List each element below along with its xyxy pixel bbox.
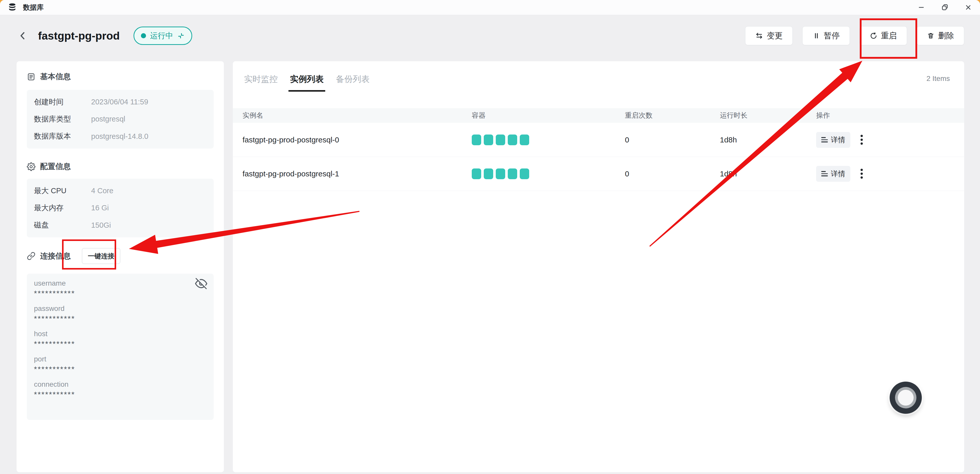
document-icon (27, 73, 35, 81)
uptime: 1d8h (720, 157, 737, 191)
table-header: 实例名 容器 重启次数 运行时长 操作 (233, 108, 964, 123)
conn-field-port: port *********** (34, 355, 207, 374)
basic-info-header: 基本信息 (27, 72, 71, 82)
restart-count: 0 (625, 123, 629, 157)
minimize-button[interactable] (910, 0, 933, 15)
tab-monitoring[interactable]: 实时监控 (242, 70, 279, 92)
app-window: 数据库 fastgpt-pg-prod 运行中 (0, 0, 980, 474)
pause-icon (813, 32, 820, 40)
swap-arrows-icon (755, 32, 763, 40)
table-row[interactable]: fastgpt-pg-prod-postgresql-0 0 1d8h 详情 (233, 123, 964, 157)
conn-field-password: password *********** (34, 304, 207, 323)
config-info-card: 最大 CPU 4 Core 最大内存 16 Gi 磁盘 150Gi (27, 179, 214, 237)
header-actions: 变更 暂停 重启 (745, 26, 964, 45)
kv-row-memory: 最大内存 16 Gi (27, 203, 214, 213)
page-header: fastgpt-pg-prod 运行中 变更 (17, 22, 964, 49)
instance-name: fastgpt-pg-prod-postgresql-1 (242, 157, 339, 191)
status-dot-icon (141, 33, 146, 38)
restart-button[interactable]: 重启 (859, 26, 907, 45)
restore-button[interactable] (933, 0, 956, 15)
uptime: 1d8h (720, 123, 737, 157)
app-title: 数据库 (23, 3, 44, 12)
detail-button[interactable]: 详情 (816, 166, 850, 182)
kv-row-cpu: 最大 CPU 4 Core (27, 186, 214, 196)
conn-field-connection: connection *********** (34, 380, 207, 399)
kv-row-dbtype: 数据库类型 postgresql (27, 114, 214, 124)
status-badge: 运行中 (134, 27, 192, 45)
items-count: 2 Items (926, 75, 950, 83)
tab-bar: 实时监控 实例列表 备份列表 (242, 70, 371, 92)
title-bar: 数据库 (0, 0, 980, 15)
conn-field-username: username *********** (34, 279, 207, 297)
gear-icon (27, 162, 35, 171)
basic-info-card: 创建时间 2023/06/04 11:59 数据库类型 postgresql 数… (27, 90, 214, 149)
back-button[interactable] (17, 30, 29, 42)
row-menu-button[interactable] (858, 166, 865, 181)
restart-count: 0 (625, 157, 629, 191)
one-click-connect-button[interactable]: 一键连接 (82, 248, 120, 264)
connection-info-header: 连接信息 一键连接 (27, 248, 120, 264)
config-info-header: 配置信息 (27, 161, 71, 172)
link-icon (27, 252, 35, 260)
page-title: fastgpt-pg-prod (38, 30, 120, 42)
row-menu-button[interactable] (858, 132, 865, 147)
pause-button[interactable]: 暂停 (802, 26, 850, 45)
detail-lines-icon (821, 137, 828, 142)
kv-row-disk: 磁盘 150Gi (27, 220, 214, 230)
kv-row-created: 创建时间 2023/06/04 11:59 (27, 97, 214, 107)
table-row[interactable]: fastgpt-pg-prod-postgresql-1 0 1d8h 详情 (233, 157, 964, 191)
container-status (472, 169, 529, 179)
detail-lines-icon (821, 171, 828, 177)
conn-field-host: host *********** (34, 330, 207, 348)
delete-button[interactable]: 删除 (917, 26, 964, 45)
restart-icon (870, 32, 877, 40)
kv-row-dbversion: 数据库版本 postgresql-14.8.0 (27, 131, 214, 142)
sidebar-panel: 基本信息 创建时间 2023/06/04 11:59 数据库类型 postgre… (17, 61, 224, 472)
tab-instance-list[interactable]: 实例列表 (288, 70, 325, 92)
instance-name: fastgpt-pg-prod-postgresql-0 (242, 123, 339, 157)
pod-switch-icon (177, 32, 185, 40)
close-button[interactable] (956, 0, 980, 15)
change-button[interactable]: 变更 (745, 26, 792, 45)
main-panel: 实时监控 实例列表 备份列表 2 Items 实例名 容器 重启次数 运行时长 … (233, 61, 964, 472)
trash-icon (927, 32, 935, 40)
database-logo-icon (8, 3, 17, 12)
tab-backup-list[interactable]: 备份列表 (334, 70, 371, 92)
detail-button[interactable]: 详情 (816, 132, 850, 148)
connection-info-card: username *********** password **********… (27, 274, 214, 420)
container-status (472, 135, 529, 145)
eye-off-icon[interactable] (195, 277, 208, 290)
